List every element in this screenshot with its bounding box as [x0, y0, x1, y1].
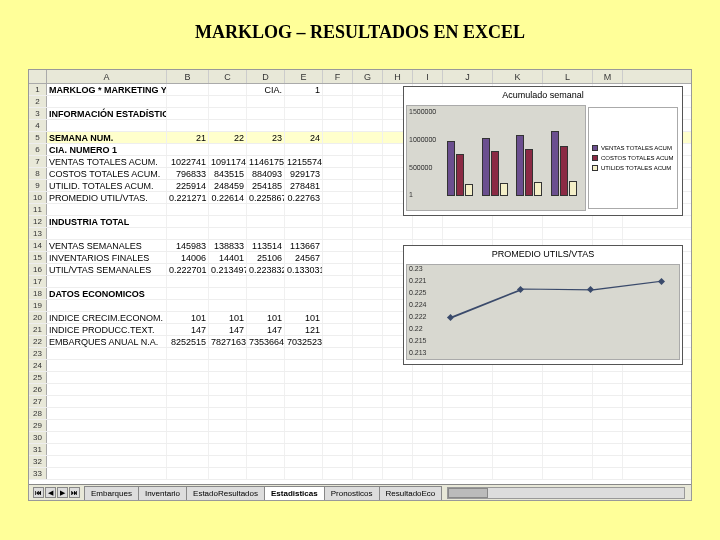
cell[interactable]: 101: [247, 312, 285, 323]
cell[interactable]: [443, 372, 493, 383]
cell[interactable]: [593, 432, 623, 443]
cell[interactable]: 1: [285, 84, 323, 95]
cell[interactable]: [167, 432, 209, 443]
cell[interactable]: [353, 276, 383, 287]
cell[interactable]: [353, 432, 383, 443]
row-header[interactable]: 25: [29, 372, 47, 383]
cell[interactable]: 225914: [167, 180, 209, 191]
cell[interactable]: 22: [209, 132, 247, 143]
cell[interactable]: [167, 96, 209, 107]
cell[interactable]: [285, 276, 323, 287]
cell[interactable]: PROMEDIO UTIL/VTAS.: [47, 192, 167, 203]
cell[interactable]: [353, 132, 383, 143]
cell[interactable]: 121: [285, 324, 323, 335]
cell[interactable]: [443, 408, 493, 419]
cell[interactable]: VENTAS TOTALES ACUM.: [47, 156, 167, 167]
sheet-tab[interactable]: Pronosticos: [324, 486, 380, 500]
cell[interactable]: 25106: [247, 252, 285, 263]
cell[interactable]: [443, 384, 493, 395]
cell[interactable]: [443, 444, 493, 455]
cell[interactable]: [353, 324, 383, 335]
cell[interactable]: [209, 348, 247, 359]
cell[interactable]: 101: [167, 312, 209, 323]
select-all-corner[interactable]: [29, 70, 47, 83]
row-header[interactable]: 4: [29, 120, 47, 131]
cell[interactable]: [167, 108, 209, 119]
cell[interactable]: [323, 372, 353, 383]
cell[interactable]: [323, 348, 353, 359]
cell[interactable]: [285, 432, 323, 443]
cell[interactable]: [285, 288, 323, 299]
cell[interactable]: [593, 384, 623, 395]
cell[interactable]: [593, 216, 623, 227]
cell[interactable]: [285, 348, 323, 359]
cell[interactable]: [247, 444, 285, 455]
cell[interactable]: 147: [247, 324, 285, 335]
cell[interactable]: [167, 204, 209, 215]
cell[interactable]: [247, 120, 285, 131]
cell[interactable]: [493, 228, 543, 239]
row-header[interactable]: 10: [29, 192, 47, 203]
cell[interactable]: 147: [167, 324, 209, 335]
cell[interactable]: [353, 96, 383, 107]
cell[interactable]: DATOS ECONOMICOS: [47, 288, 167, 299]
cell[interactable]: [383, 432, 413, 443]
cell[interactable]: [593, 228, 623, 239]
cell[interactable]: CIA.: [247, 84, 285, 95]
cell[interactable]: 23: [247, 132, 285, 143]
tab-nav-next-icon[interactable]: ▶: [57, 487, 68, 498]
row-header[interactable]: 13: [29, 228, 47, 239]
cell[interactable]: [285, 96, 323, 107]
cell[interactable]: [323, 444, 353, 455]
cell[interactable]: [247, 144, 285, 155]
col-header[interactable]: J: [443, 70, 493, 83]
cell[interactable]: [383, 372, 413, 383]
cell[interactable]: [383, 420, 413, 431]
row-header[interactable]: 3: [29, 108, 47, 119]
cell[interactable]: [413, 216, 443, 227]
cell[interactable]: [413, 372, 443, 383]
cell[interactable]: [493, 432, 543, 443]
cell[interactable]: [353, 156, 383, 167]
cell[interactable]: 21: [167, 132, 209, 143]
row-header[interactable]: 8: [29, 168, 47, 179]
cell[interactable]: 0.133031: [285, 264, 323, 275]
cell[interactable]: INDICE PRODUCC.TEXT.: [47, 324, 167, 335]
cell[interactable]: 101: [209, 312, 247, 323]
cell[interactable]: [247, 372, 285, 383]
cell[interactable]: [323, 132, 353, 143]
cell[interactable]: [209, 360, 247, 371]
cell[interactable]: [285, 384, 323, 395]
cell[interactable]: [167, 228, 209, 239]
cell[interactable]: [209, 216, 247, 227]
row-header[interactable]: 21: [29, 324, 47, 335]
cell[interactable]: [247, 204, 285, 215]
cell[interactable]: [167, 468, 209, 479]
cell[interactable]: [413, 432, 443, 443]
chart-promedio[interactable]: PROMEDIO UTILS/VTAS 0.23 0.221 0.225 0.2…: [403, 245, 683, 365]
cell[interactable]: [323, 432, 353, 443]
cell[interactable]: [47, 384, 167, 395]
cell[interactable]: [493, 408, 543, 419]
cell[interactable]: [323, 252, 353, 263]
cell[interactable]: [285, 360, 323, 371]
cell[interactable]: [209, 300, 247, 311]
cell[interactable]: [167, 420, 209, 431]
cell[interactable]: [323, 324, 353, 335]
cell[interactable]: 884093: [247, 168, 285, 179]
cell[interactable]: [353, 312, 383, 323]
cell[interactable]: CIA. NUMERO 1: [47, 144, 167, 155]
cell[interactable]: [247, 108, 285, 119]
cell[interactable]: [493, 420, 543, 431]
cell[interactable]: [167, 84, 209, 95]
row-header[interactable]: 16: [29, 264, 47, 275]
cell[interactable]: [285, 420, 323, 431]
cell[interactable]: [47, 432, 167, 443]
chart-acumulado[interactable]: Acumulado semanal 1500000 1000000 500000…: [403, 86, 683, 216]
cell[interactable]: [47, 96, 167, 107]
cell[interactable]: [543, 420, 593, 431]
cell[interactable]: [47, 372, 167, 383]
cell[interactable]: [383, 444, 413, 455]
cell[interactable]: 796833: [167, 168, 209, 179]
cell[interactable]: [209, 396, 247, 407]
